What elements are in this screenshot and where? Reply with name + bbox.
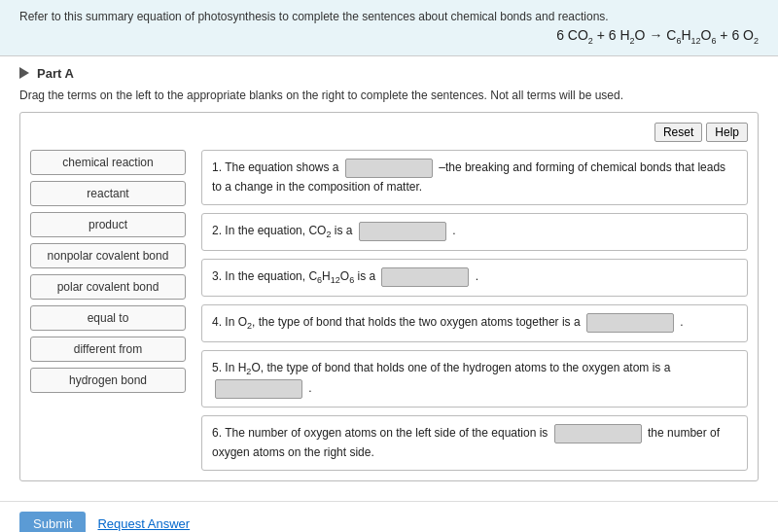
sentence-1: 1. The equation shows a –the breaking an… [201,150,748,205]
instruction-text: Refer to this summary equation of photos… [19,10,759,23]
term-nonpolar-covalent-bond[interactable]: nonpolar covalent bond [30,243,186,268]
blank-5[interactable] [215,379,302,399]
content-area: chemical reaction reactant product nonpo… [30,150,748,471]
blank-1[interactable] [345,159,433,178]
sentence-5-part1: 5. In H2O, the type of bond that holds o… [212,361,670,374]
sentences-column: 1. The equation shows a –the breaking an… [201,150,748,471]
term-hydrogen-bond[interactable]: hydrogen bond [30,368,186,393]
submit-button[interactable]: Submit [19,512,86,532]
drag-instruction: Drag the terms on the left to the approp… [19,89,759,102]
sentence-3: 3. In the equation, C6H12O6 is a . [201,259,748,297]
terms-column: chemical reaction reactant product nonpo… [30,150,186,471]
sentence-5: 5. In H2O, the type of bond that holds o… [201,350,748,408]
part-a-label: Part A [37,66,74,81]
sentence-4: 4. In O2, the type of bond that holds th… [201,304,748,342]
main-content-box: Reset Help chemical reaction reactant pr… [19,112,759,481]
sentence-6: 6. The number of oxygen atoms on the lef… [201,415,748,471]
term-chemical-reaction[interactable]: chemical reaction [30,150,186,175]
collapse-triangle-icon[interactable] [19,67,29,79]
sentence-2: 2. In the equation, CO2 is a . [201,213,748,251]
blank-6[interactable] [554,424,642,443]
sentence-3-part1: 3. In the equation, C6H12O6 is a [212,269,378,283]
sentence-2-part2: . [452,224,455,237]
footer-bar: Submit Request Answer [0,501,778,532]
sentence-4-part1: 4. In O2, the type of bond that holds th… [212,315,584,329]
header-banner: Refer to this summary equation of photos… [0,0,778,56]
sentence-2-part1: 2. In the equation, CO2 is a [212,224,356,237]
sentence-4-part2: . [680,315,683,329]
blank-4[interactable] [586,313,674,333]
help-button[interactable]: Help [706,123,748,142]
sentence-3-part2: . [476,269,478,283]
part-a-header: Part A [19,66,759,81]
blank-3[interactable] [381,267,469,287]
term-polar-covalent-bond[interactable]: polar covalent bond [30,274,186,300]
sentence-5-part2: . [308,381,311,395]
term-different-from[interactable]: different from [30,337,186,362]
blank-2[interactable] [359,222,446,241]
top-buttons-row: Reset Help [30,123,748,142]
part-a-section: Part A Drag the terms on the left to the… [0,56,778,491]
term-equal-to[interactable]: equal to [30,305,186,331]
request-answer-link[interactable]: Request Answer [97,516,190,531]
reset-button[interactable]: Reset [654,123,702,142]
photosynthesis-equation: 6 CO2 + 6 H2O → C6H12O6 + 6 O2 [19,27,759,46]
sentence-6-part1: 6. The number of oxygen atoms on the lef… [212,426,551,440]
term-reactant[interactable]: reactant [30,181,186,206]
sentence-1-part1: 1. The equation shows a [212,160,342,174]
term-product[interactable]: product [30,212,186,237]
